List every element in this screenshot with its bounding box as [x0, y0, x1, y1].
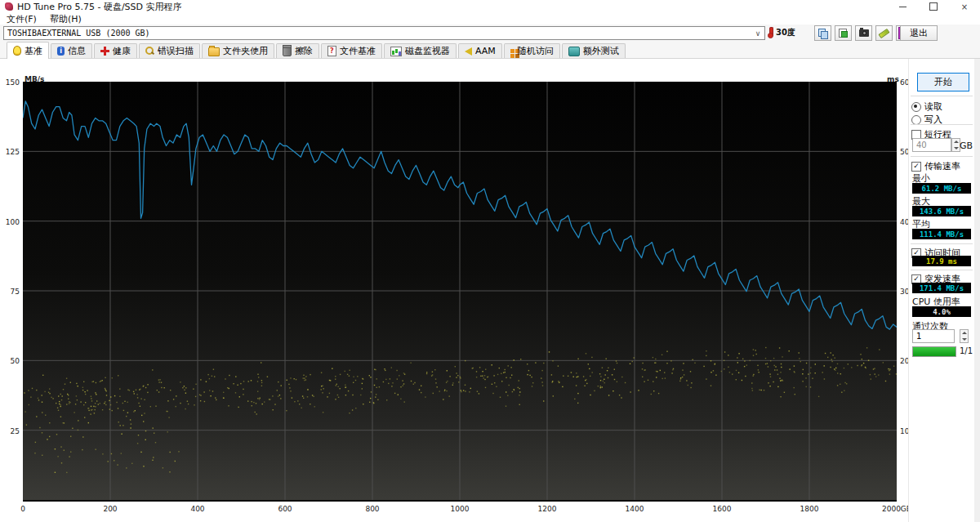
tab-file-benchmark[interactable]: 文件基准 — [321, 43, 382, 58]
tab-aam[interactable]: AAM — [458, 43, 502, 58]
x-axis-tick: 1000 — [451, 505, 470, 513]
cpu-usage-value: 4.0% — [912, 306, 971, 317]
camera-button[interactable] — [855, 25, 872, 41]
exit-button[interactable]: 退出 — [900, 25, 938, 41]
window-title: HD Tune Pro 5.75 - 硬盘/SSD 实用程序 — [17, 1, 182, 13]
x-axis-tick: 600 — [278, 505, 292, 513]
x-axis-tick: 1400 — [626, 505, 644, 513]
tab-label: 健康 — [113, 45, 131, 57]
avg-value: 111.4 MB/s — [912, 229, 971, 239]
tab-random-access[interactable]: 随机访问 — [504, 43, 560, 58]
maximize-icon[interactable] — [918, 0, 949, 13]
tab-label: 文件基准 — [340, 45, 376, 57]
tab-label: 信息 — [68, 45, 86, 57]
tab-error-scan[interactable]: 错误扫描 — [139, 43, 200, 58]
menu-item-1[interactable]: 帮助(H) — [43, 13, 88, 25]
folder-icon — [208, 47, 220, 56]
gb-unit-label: GB — [960, 141, 973, 151]
temperature-value: 30度 — [776, 27, 795, 38]
minimize-icon[interactable] — [887, 0, 918, 13]
tab-label: 磁盘监视器 — [405, 45, 450, 57]
tab-disk-monitor[interactable]: 磁盘监视器 — [384, 43, 457, 58]
thermometer-icon — [768, 27, 773, 38]
chevron-down-icon[interactable]: ∨ — [751, 29, 764, 38]
disk-monitor-icon — [390, 47, 402, 56]
bulb-icon — [13, 46, 21, 56]
copy-image-icon — [839, 29, 848, 38]
tab-health[interactable]: 健康 — [94, 43, 137, 58]
health-icon — [100, 47, 109, 56]
read-radio[interactable]: 读取 — [911, 100, 942, 113]
transfer-rate-checkbox[interactable]: 传输速率 — [911, 160, 960, 172]
x-axis-tick: 1200 — [538, 505, 557, 513]
tab-label: 随机访问 — [518, 45, 554, 57]
short-stroke-size-value: 40 — [913, 141, 951, 149]
pass-count-value: 1 — [913, 332, 954, 341]
pass-count-stepper[interactable] — [960, 329, 969, 343]
access-time-value: 17.9 ms — [912, 256, 971, 266]
file-benchmark-icon — [327, 46, 336, 56]
tab-label: 基准 — [24, 45, 42, 57]
pen-button[interactable] — [875, 25, 893, 41]
left-axis-tick: 75 — [2, 288, 20, 296]
read-radio-label: 读取 — [924, 100, 942, 113]
copy-text-button[interactable] — [814, 25, 831, 41]
chart-canvas — [23, 82, 897, 500]
tab-label: AAM — [475, 46, 496, 56]
close-icon[interactable]: × — [949, 0, 980, 13]
x-axis-end-tick: 2000GB — [882, 505, 911, 513]
temperature-indicator: 30度 — [768, 25, 795, 40]
tab-label: 额外测试 — [583, 45, 619, 57]
drive-selector-value: TOSHIBAEXTERNAL_USB (2000 GB) — [4, 29, 751, 38]
window-controls: × — [887, 0, 980, 13]
left-axis-tick: 25 — [2, 427, 20, 435]
radio-icon — [911, 102, 921, 112]
info-icon: i — [57, 47, 65, 56]
burst-rate-value: 171.4 MB/s — [912, 283, 971, 293]
tab-label: 擦除 — [295, 45, 313, 57]
right-edge-strip — [973, 59, 980, 522]
left-axis-tick: 150 — [2, 78, 20, 87]
transfer-rate-label: 传输速率 — [924, 160, 960, 172]
camera-icon — [859, 29, 869, 37]
min-value: 61.2 MB/s — [912, 183, 971, 194]
radio-icon — [911, 115, 921, 125]
erase-icon — [283, 46, 292, 56]
menu-item-0[interactable]: 文件(F) — [0, 13, 43, 25]
start-button[interactable]: 开始 — [917, 73, 969, 91]
tab-info[interactable]: i信息 — [51, 43, 92, 58]
tab-folder-usage[interactable]: 文件夹使用 — [202, 43, 274, 58]
control-panel: 开始 读取 写入 短行程 40 GB 传输速率 最小 61.2 MB/s 最大 … — [908, 59, 974, 522]
tab-erase[interactable]: 擦除 — [276, 43, 319, 58]
copy-image-button[interactable] — [835, 25, 852, 41]
short-stroke-size-input[interactable]: 40 — [912, 138, 951, 152]
max-value: 143.6 MB/s — [912, 206, 971, 216]
tab-benchmark[interactable]: 基准 — [7, 42, 49, 59]
app-icon — [5, 2, 13, 11]
extra-test-icon — [568, 47, 580, 56]
x-axis-tick: 1800 — [800, 505, 819, 513]
menu-bar: 文件(F)帮助(H) — [0, 13, 980, 25]
x-axis-tick: 800 — [365, 505, 379, 513]
tab-extra-tests[interactable]: 额外测试 — [562, 43, 626, 58]
x-axis-tick: 200 — [103, 505, 117, 513]
toolbar: TOSHIBAEXTERNAL_USB (2000 GB) ∨ 30度 ↓ 退出 — [0, 25, 980, 42]
tab-bar: 基准i信息健康错误扫描文件夹使用擦除文件基准磁盘监视器AAM随机访问额外测试 — [0, 42, 980, 59]
checkbox-icon — [911, 162, 921, 172]
left-axis-tick: 100 — [2, 218, 20, 226]
pass-count-input[interactable]: 1 — [912, 329, 955, 343]
x-axis-tick: 1600 — [713, 505, 732, 513]
tab-label: 文件夹使用 — [223, 45, 268, 57]
progress-text: 1/1 — [960, 346, 973, 355]
title-bar: HD Tune Pro 5.75 - 硬盘/SSD 实用程序 × — [0, 0, 980, 13]
drive-selector[interactable]: TOSHIBAEXTERNAL_USB (2000 GB) ∨ — [3, 26, 765, 40]
x-axis-tick: 0 — [20, 505, 25, 513]
pen-icon — [878, 28, 889, 38]
progress-bar — [912, 346, 956, 357]
benchmark-view: MB/s ms 150125100755025 605040302010 020… — [0, 59, 980, 522]
benchmark-chart — [23, 82, 897, 502]
random-access-icon — [510, 49, 514, 53]
scan-icon — [145, 47, 154, 56]
left-axis-tick: 50 — [2, 357, 20, 365]
x-axis-tick: 400 — [190, 505, 204, 513]
